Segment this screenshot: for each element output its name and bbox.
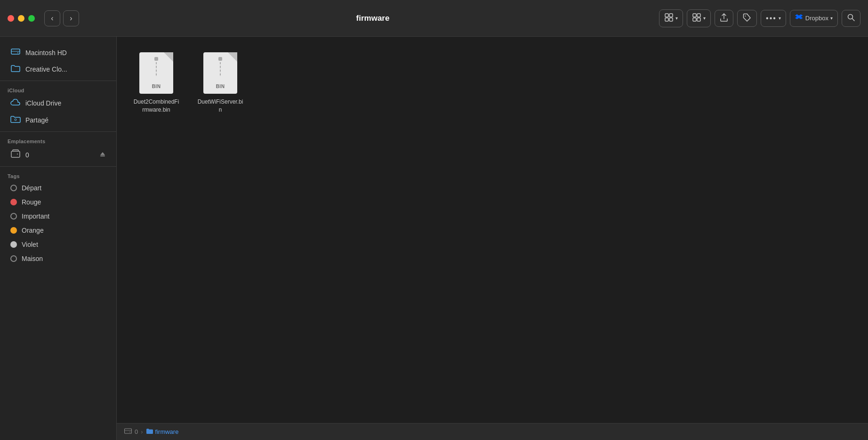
zipper-1 — [218, 57, 222, 76]
file-item-0[interactable]: BIN Duet2CombinedFi rmware.bin — [128, 48, 185, 118]
tag-dot-rouge — [10, 199, 17, 205]
tag-dot-violet — [10, 241, 17, 248]
icloud-header: iCloud — [0, 84, 116, 95]
sidebar-item-tag-maison[interactable]: Maison — [3, 252, 113, 265]
dropbox-chevron-icon: ▾ — [830, 16, 833, 21]
group-view-button[interactable]: ▾ — [687, 10, 710, 27]
zipper-line-1 — [220, 62, 221, 76]
zipper-line-0 — [156, 62, 157, 76]
sidebar-item-tag-depart[interactable]: Départ — [3, 181, 113, 195]
sidebar-item-macintosh-hd[interactable]: Macintosh HD — [3, 45, 113, 60]
grid-view-icon — [664, 13, 674, 24]
grid-view-button[interactable]: ▾ — [659, 10, 683, 27]
maximize-button[interactable] — [28, 15, 35, 22]
search-button[interactable] — [842, 10, 860, 27]
bin-file-icon-0: BIN — [139, 52, 173, 94]
sidebar-item-icloud-label: iCloud Drive — [25, 99, 61, 107]
sidebar-item-partage-label: Partagé — [25, 116, 48, 124]
breadcrumb-separator: › — [141, 428, 143, 435]
forward-button[interactable]: › — [63, 10, 79, 26]
window-title: firmware — [87, 14, 659, 23]
dropbox-icon — [795, 13, 804, 24]
dropbox-label: Dropbox — [805, 15, 828, 22]
svg-rect-18 — [125, 429, 132, 433]
zipper-pull-1 — [218, 57, 222, 61]
sidebar-divider-2 — [0, 131, 116, 132]
svg-line-10 — [852, 19, 855, 21]
sidebar: Macintosh HD Creative Clo... iCloud iClo… — [0, 37, 117, 440]
svg-rect-7 — [697, 18, 700, 21]
file-icon-container-0: BIN — [137, 52, 175, 94]
sidebar-item-tag-orange-label: Orange — [22, 227, 44, 234]
sidebar-item-drive-0[interactable]: 0 — [3, 147, 113, 163]
svg-rect-4 — [693, 14, 696, 17]
svg-point-8 — [745, 16, 746, 16]
drive-icon — [10, 48, 21, 57]
svg-rect-6 — [693, 18, 696, 21]
file-name-0: Duet2CombinedFi rmware.bin — [134, 98, 179, 114]
zipper-pull-0 — [154, 57, 158, 61]
breadcrumb-folder[interactable]: firmware — [146, 428, 179, 436]
view-switcher-group: ▾ — [659, 9, 683, 27]
more-button[interactable]: ••• ▾ — [761, 10, 786, 27]
sidebar-item-partage[interactable]: Partagé — [3, 112, 113, 128]
main-content: Macintosh HD Creative Clo... iCloud iClo… — [0, 37, 868, 440]
forward-icon: › — [70, 14, 72, 23]
tag-dot-orange — [10, 227, 17, 234]
file-icon-container-1: BIN — [201, 52, 239, 94]
status-bar: 0 › firmware — [117, 423, 868, 440]
sidebar-item-macintosh-hd-label: Macintosh HD — [25, 49, 67, 57]
sidebar-item-tag-important[interactable]: Important — [3, 210, 113, 223]
sidebar-item-icloud-drive[interactable]: iCloud Drive — [3, 96, 113, 111]
svg-rect-1 — [669, 14, 673, 17]
sidebar-divider-3 — [0, 166, 116, 167]
group-view-switcher: ▾ — [687, 9, 711, 27]
sidebar-item-tag-important-label: Important — [22, 212, 49, 220]
sidebar-item-drive-label: 0 — [25, 151, 29, 159]
group-view-icon — [692, 13, 701, 24]
tag-dot-maison — [10, 255, 17, 262]
removable-drive-icon — [10, 149, 21, 160]
svg-rect-15 — [11, 151, 20, 157]
svg-rect-2 — [665, 18, 668, 21]
svg-rect-17 — [100, 155, 105, 156]
sidebar-divider-1 — [0, 81, 116, 81]
status-device-label: 0 — [135, 428, 138, 435]
folder-icon-status — [146, 428, 153, 436]
emplacements-header: Emplacements — [0, 135, 116, 146]
bin-label-text-0: BIN — [152, 84, 161, 89]
minimize-button[interactable] — [18, 15, 24, 22]
dropbox-button[interactable]: Dropbox ▾ — [790, 10, 838, 27]
zipper-0 — [154, 57, 158, 76]
traffic-lights — [8, 15, 35, 22]
sidebar-item-tag-rouge-label: Rouge — [22, 198, 41, 206]
close-button[interactable] — [8, 15, 14, 22]
more-chevron-icon: ▾ — [779, 16, 781, 21]
sidebar-item-tag-depart-label: Départ — [22, 184, 41, 192]
back-button[interactable]: ‹ — [44, 10, 60, 26]
sidebar-item-tag-maison-label: Maison — [22, 255, 43, 262]
bin-label-text-1: BIN — [216, 84, 225, 89]
search-icon — [847, 13, 855, 23]
tag-button[interactable] — [737, 10, 757, 27]
share-button[interactable] — [715, 10, 733, 27]
sidebar-item-tag-violet-label: Violet — [22, 241, 38, 248]
sidebar-item-creative-cloud[interactable]: Creative Clo... — [3, 61, 113, 77]
file-grid: BIN Duet2CombinedFi rmware.bin B — [117, 37, 868, 423]
view-chevron-icon: ▾ — [675, 16, 678, 21]
file-area: BIN Duet2CombinedFi rmware.bin B — [117, 37, 868, 440]
more-icon: ••• — [766, 14, 777, 23]
svg-rect-5 — [697, 14, 700, 17]
svg-point-16 — [17, 154, 18, 155]
sidebar-item-tag-orange[interactable]: Orange — [3, 224, 113, 237]
shared-folder-icon — [10, 114, 21, 125]
sidebar-item-creative-cloud-label: Creative Clo... — [25, 65, 67, 73]
sidebar-item-tag-violet[interactable]: Violet — [3, 238, 113, 251]
file-item-1[interactable]: BIN DuetWiFiServer.bi n — [192, 48, 249, 118]
svg-point-20 — [129, 432, 130, 432]
eject-icon[interactable] — [99, 151, 106, 159]
sidebar-item-tag-rouge[interactable]: Rouge — [3, 196, 113, 209]
icloud-icon — [10, 98, 21, 108]
tags-header: Tags — [0, 170, 116, 181]
group-chevron-icon: ▾ — [703, 16, 706, 21]
